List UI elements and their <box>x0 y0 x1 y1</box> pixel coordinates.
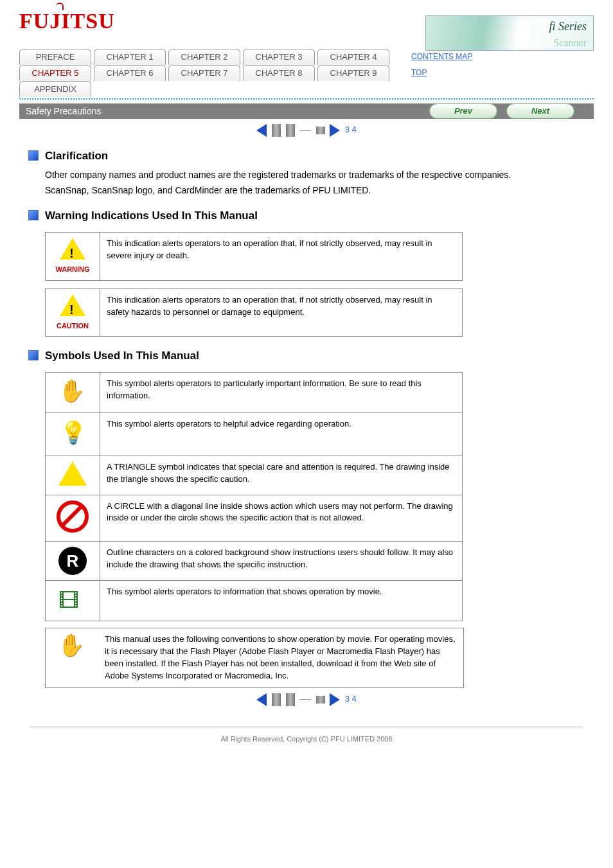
pager-next-icon[interactable] <box>330 124 340 137</box>
pager-pos-icon <box>316 127 325 134</box>
sym-row-0: This symbol alerts operators to particul… <box>100 373 463 413</box>
dotted-divider <box>19 98 594 100</box>
caution-box: CAUTION This indication alerts operators… <box>45 288 463 337</box>
fi-series-text: fi Series <box>549 20 587 33</box>
scanner-text: Scanner <box>553 37 587 49</box>
footer-divider <box>30 727 583 727</box>
attention-text: This manual uses the following conventio… <box>98 628 463 687</box>
pager-pos-icon <box>272 693 281 706</box>
pager-pos-icon <box>316 696 325 704</box>
clarification-p1: Other company names and product names ar… <box>45 168 585 181</box>
caution-triangle-icon <box>60 294 85 316</box>
pager-pos-icon <box>272 124 281 137</box>
h-warning-indications: Warning Indications Used In This Manual <box>45 209 258 222</box>
warning-box: WARNING This indication alerts operators… <box>45 232 463 281</box>
caution-triangle-icon <box>58 461 87 486</box>
clarification-p2: ScanSnap, ScanSnap logo, and CardMinder … <box>45 184 585 197</box>
bullet-icon <box>28 210 39 220</box>
caution-label: CAUTION <box>52 321 93 332</box>
sym-row-5: This symbol alerts operators to informat… <box>100 581 463 621</box>
sym-row-1: This symbol alerts operators to helpful … <box>100 412 463 456</box>
tab-preface[interactable]: PREFACE <box>19 49 91 65</box>
link-top[interactable]: TOP <box>411 68 427 77</box>
h-clarification: Clarification <box>45 150 108 162</box>
warning-triangle-icon <box>60 238 85 260</box>
copyright: All Rights Reserved, Copyright (C) PFU L… <box>220 735 392 743</box>
tab-chapter-1[interactable]: CHAPTER 1 <box>94 49 166 65</box>
attention-hand-icon <box>58 632 86 658</box>
pager-next-icon[interactable] <box>330 693 340 706</box>
h-symbols-used: Symbols Used In This Manual <box>45 350 199 362</box>
symbols-table: This symbol alerts operators to particul… <box>45 372 463 621</box>
tab-chapter-9[interactable]: CHAPTER 9 <box>317 65 389 81</box>
pager-pos-icon <box>286 124 295 137</box>
fi-series-banner: fi Series Scanner <box>425 15 594 51</box>
tab-chapter-2[interactable]: CHAPTER 2 <box>168 49 240 65</box>
attention-hand-icon <box>58 378 87 403</box>
prev-button[interactable]: Prev <box>429 103 497 119</box>
pager-numbers[interactable]: 3 4 <box>345 125 357 134</box>
tab-chapter-8[interactable]: CHAPTER 8 <box>243 65 315 81</box>
instruction-r-icon: R <box>58 547 87 575</box>
movie-film-icon <box>58 586 87 612</box>
pager-prev-icon[interactable] <box>256 693 267 706</box>
section-title: Safety Precautions <box>19 106 102 116</box>
tab-chapter-4[interactable]: CHAPTER 4 <box>317 49 389 65</box>
next-button[interactable]: Next <box>506 103 574 119</box>
hint-bulb-icon <box>58 418 87 447</box>
pager-dash-icon <box>299 699 311 700</box>
sym-row-4: Outline characters on a colored backgrou… <box>100 542 463 581</box>
sym-row-3: A CIRCLE with a diagonal line inside sho… <box>100 495 463 542</box>
prohibited-icon <box>57 500 89 533</box>
tab-chapter-7[interactable]: CHAPTER 7 <box>168 65 240 81</box>
bullet-icon <box>28 350 39 360</box>
sym-row-2: A TRIANGLE symbol indicates that special… <box>100 456 463 495</box>
pager-numbers[interactable]: 3 4 <box>345 694 357 704</box>
tab-appendix[interactable]: APPENDIX <box>19 81 91 97</box>
warning-text: This indication alerts operators to an o… <box>100 232 463 280</box>
tab-chapter-5[interactable]: CHAPTER 5 <box>19 65 91 81</box>
pager-bottom: 3 4 <box>0 693 613 706</box>
pager-pos-icon <box>286 693 295 706</box>
pager-top: 3 4 <box>0 124 613 137</box>
warning-label: WARNING <box>52 265 93 275</box>
bullet-icon <box>28 150 39 161</box>
pager-prev-icon[interactable] <box>256 124 267 137</box>
caution-text: This indication alerts operators to an o… <box>100 288 463 337</box>
attention-note: This manual uses the following conventio… <box>45 628 464 687</box>
fujitsu-logo: FUJITSU <box>19 9 115 33</box>
pager-dash-icon <box>299 130 311 131</box>
link-contents-map[interactable]: CONTENTS MAP <box>411 52 472 61</box>
tab-chapter-6[interactable]: CHAPTER 6 <box>94 65 166 81</box>
tab-chapter-3[interactable]: CHAPTER 3 <box>243 49 315 65</box>
